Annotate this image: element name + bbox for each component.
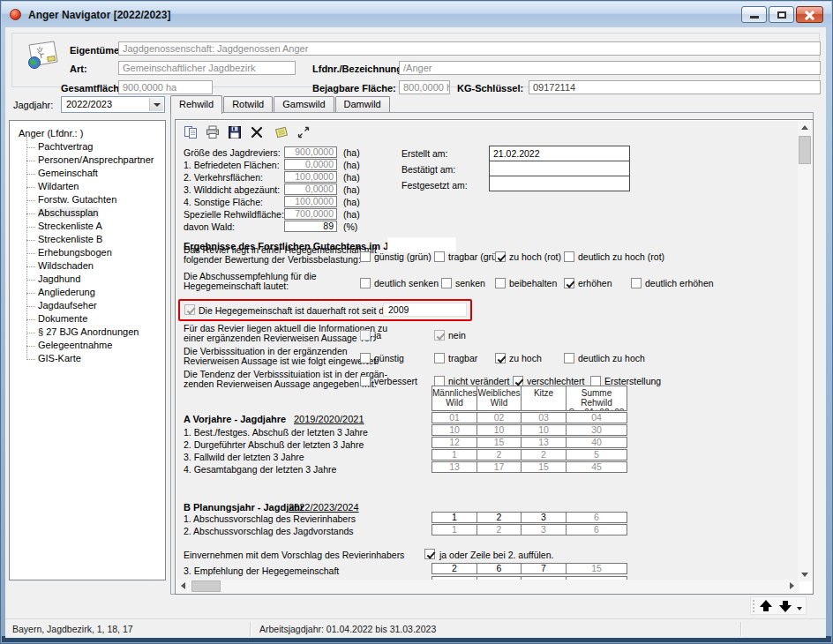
scroll-left-button[interactable] xyxy=(176,580,191,593)
table-cell[interactable]: 6 xyxy=(477,563,522,574)
sidebar-item-streckenliste-a[interactable]: Streckenliste A xyxy=(26,221,165,234)
date-input-erstellt-am[interactable]: 21.02.2022 xyxy=(489,146,630,161)
checkbox-tragbar[interactable] xyxy=(434,353,445,363)
checkbox-deutlich-erhöhen[interactable] xyxy=(631,278,642,288)
sidebar-item-label: Wildschaden xyxy=(38,260,94,271)
table-cell[interactable]: 2 xyxy=(477,512,522,523)
dauerhaft-rot-jahr-input[interactable]: 2009 xyxy=(383,303,467,317)
sidebar-item-dokumente[interactable]: Dokumente xyxy=(26,313,165,326)
vertical-scrollbar[interactable] xyxy=(798,121,812,581)
field-input-4-sonstige-fläche[interactable]: 100,0000 xyxy=(284,196,337,207)
title-bar[interactable]: Anger Navigator [2022/2023] xyxy=(2,2,831,27)
checkbox-options: günstig (grün)tragbar (grün)zu hoch (rot… xyxy=(360,251,664,262)
einvernehmen-checkbox[interactable] xyxy=(424,549,435,559)
move-up-button[interactable] xyxy=(757,598,775,614)
scroll-up-icon xyxy=(801,125,808,130)
einvernehmen-label: Einvernehmen mit dem Vorschlag des Revie… xyxy=(184,550,404,560)
minimize-button[interactable] xyxy=(741,6,767,23)
date-input-bestätigt-am[interactable] xyxy=(489,161,630,176)
table-cell[interactable]: 7 xyxy=(521,563,567,574)
checkbox-erhöhen[interactable] xyxy=(564,278,574,288)
tree-root[interactable]: Anger (Lfdnr.: ) xyxy=(19,128,165,141)
table-cell[interactable]: 1 xyxy=(432,512,477,523)
field-input-größe-des-jagdreviers[interactable]: 900,0000 xyxy=(284,146,337,158)
checkbox-zu-hoch-rot[interactable] xyxy=(495,251,506,262)
field-input-1-befriedeten-flächen[interactable]: 0,0000 xyxy=(284,159,337,170)
sidebar-item-wildarten[interactable]: Wildarten xyxy=(26,181,165,194)
checkbox-senken[interactable] xyxy=(441,278,452,288)
eigentuemer-label: Eigentümer xyxy=(70,45,124,56)
checkbox-deutlich-senken[interactable] xyxy=(360,278,371,288)
tab-damwild[interactable]: Damwild xyxy=(335,96,390,112)
delete-icon[interactable] xyxy=(250,125,264,139)
sidebar-item-abschussplan[interactable]: Abschussplan xyxy=(26,207,165,221)
sidebar-item-wildschaden[interactable]: Wildschaden xyxy=(26,260,165,273)
checkbox-tragbar-grün[interactable] xyxy=(434,251,445,262)
table-cell[interactable]: 3 xyxy=(521,512,567,523)
sidebar-item-pachtvertrag[interactable]: Pachtvertrag xyxy=(26,141,165,154)
checkbox-günstig[interactable] xyxy=(360,353,371,363)
scroll-up-button[interactable] xyxy=(798,121,812,134)
print-icon[interactable] xyxy=(206,125,220,139)
gesamtflaeche-input[interactable]: 900,0000 ha xyxy=(118,80,213,94)
sidebar-item-streckenliste-b[interactable]: Streckenliste B xyxy=(26,234,165,247)
lfdnr-input[interactable]: /Anger xyxy=(399,61,821,75)
field-input-davon-wald[interactable]: 89 xyxy=(284,221,337,232)
copy-icon[interactable] xyxy=(184,125,198,139)
kg-schluessel-input[interactable]: 09172114 xyxy=(529,80,821,94)
field-input-3-wilddicht-abgezäunt[interactable]: 0,0000 xyxy=(284,183,337,195)
horizontal-scrollbar[interactable] xyxy=(176,580,799,593)
scroll-down-button[interactable] xyxy=(798,568,812,581)
option-verbessert: verbessert xyxy=(360,376,434,386)
art-input[interactable]: Gemeinschaftlicher Jagdbezirk xyxy=(118,61,296,75)
jagdjahr-select[interactable]: 2022/2023 xyxy=(61,96,165,113)
tab-rotwild[interactable]: Rotwild xyxy=(223,96,273,112)
date-label: Erstellt am: xyxy=(401,148,448,159)
checkbox-beibehalten[interactable] xyxy=(495,278,506,288)
expand-icon[interactable] xyxy=(296,125,311,139)
empfehlung-hege-table: 26715 xyxy=(432,563,627,575)
section-a-years-link[interactable]: 2019/2020/2021 xyxy=(294,414,364,424)
tab-gamswild[interactable]: Gamswild xyxy=(274,96,334,112)
sidebar-item-gis-karte[interactable]: GIS-Karte xyxy=(26,353,165,366)
sidebar-item-jagdhund[interactable]: Jagdhund xyxy=(26,273,165,287)
save-icon[interactable] xyxy=(228,125,242,139)
checkbox-deutlich-zu-hoch[interactable] xyxy=(564,353,574,363)
vertical-scroll-thumb[interactable] xyxy=(799,136,811,164)
field-input-spezielle-rehwildfläche[interactable]: 700,0000 xyxy=(284,208,337,220)
note-icon[interactable] xyxy=(274,125,289,139)
checkbox-zu-hoch[interactable] xyxy=(495,353,506,363)
checkbox-deutlich-zu-hoch-rot[interactable] xyxy=(564,251,574,262)
table-row: 01020304 xyxy=(432,412,627,423)
tab-rehwild[interactable]: Rehwild xyxy=(170,95,222,114)
option-label: beibehalten xyxy=(509,278,557,288)
jagdjahr-dropdown-button[interactable] xyxy=(149,98,163,111)
sidebar-item-gemeinschaft[interactable]: Gemeinschaft xyxy=(26,168,165,181)
sidebar-item-27-bjg-anordnungen[interactable]: § 27 BJG Anordnungen xyxy=(26,326,165,340)
app-icon xyxy=(10,9,21,20)
eigentuemer-input[interactable]: Jagdgenossenschaft: Jagdgenossen Anger xyxy=(118,41,821,56)
maximize-button[interactable] xyxy=(769,6,794,23)
move-down-button[interactable] xyxy=(777,598,794,614)
field-input-2-verkehrsflächen[interactable]: 100,0000 xyxy=(284,171,337,183)
section-a-title: A Vorjahre - Jagdjahre xyxy=(184,414,286,424)
sidebar-item-jagdaufseher[interactable]: Jagdaufseher xyxy=(26,300,165,313)
table-cell[interactable]: 2 xyxy=(432,563,477,574)
sidebar-item-erhebungsbogen[interactable]: Erhebungsbogen xyxy=(26,247,165,260)
close-button[interactable] xyxy=(796,6,823,23)
toolbar-overflow-icon[interactable] xyxy=(797,607,802,610)
revier-field-row: Spezielle Rehwildfläche:700,0000(ha) xyxy=(184,208,413,221)
sidebar-item-gelegeentnahme[interactable]: Gelegeentnahme xyxy=(26,340,165,353)
bejagbare-flaeche-input[interactable]: 800,0000 ha xyxy=(399,80,450,94)
date-input-festgesetzt-am[interactable] xyxy=(489,176,630,191)
table-cell: 1 xyxy=(432,524,477,535)
sidebar-item-forstw-gutachten[interactable]: Forstw. Gutachten xyxy=(26,194,165,207)
toolbar-grip[interactable] xyxy=(753,600,754,612)
checkbox-günstig-grün[interactable] xyxy=(360,251,371,262)
sidebar-item-angliederung[interactable]: Angliederung xyxy=(26,287,165,300)
section-b-years-link[interactable]: 2022/2023/2024 xyxy=(289,502,359,513)
checkbox-verbessert[interactable] xyxy=(360,376,371,386)
sidebar-item-personen-ansprechpartner[interactable]: Personen/Ansprechpartner xyxy=(26,154,165,168)
scroll-right-button[interactable] xyxy=(785,580,799,593)
horizontal-scroll-thumb[interactable] xyxy=(191,580,221,592)
